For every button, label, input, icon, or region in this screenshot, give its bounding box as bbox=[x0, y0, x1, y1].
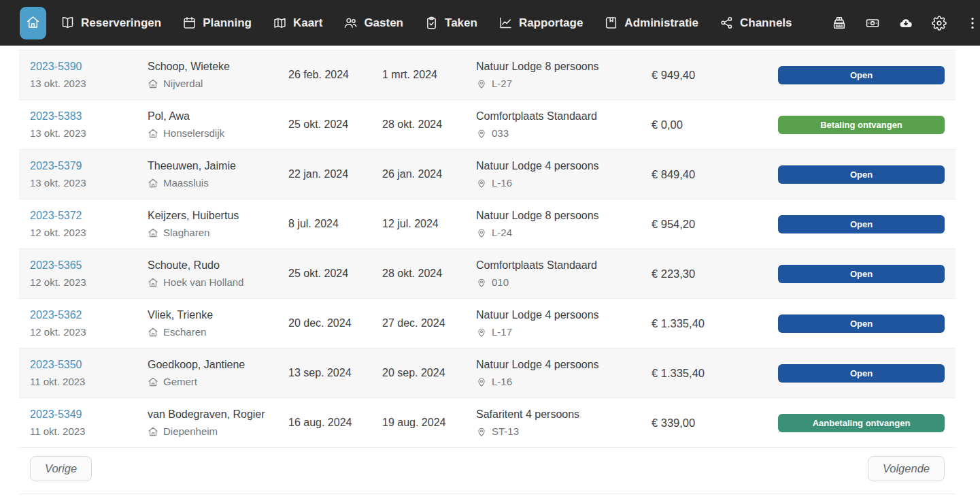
booking-date: 12 okt. 2023 bbox=[30, 227, 148, 238]
reservation-id-link[interactable]: 2023-5350 bbox=[30, 359, 82, 371]
arrival-date: 16 aug. 2024 bbox=[288, 417, 382, 429]
booking-date: 12 okt. 2023 bbox=[30, 326, 148, 338]
status-badge[interactable]: Open bbox=[778, 66, 945, 84]
map-icon bbox=[273, 16, 287, 30]
table-row: 2023-5383 13 okt. 2023 Pol, Awa Honseler… bbox=[19, 99, 956, 149]
departure-date: 27 dec. 2024 bbox=[382, 317, 476, 329]
reservation-id-link[interactable]: 2023-5383 bbox=[30, 110, 82, 123]
booking-date: 11 okt. 2023 bbox=[30, 376, 148, 387]
guest-name: Goedkoop, Jantiene bbox=[148, 359, 288, 371]
nav-right-cluster bbox=[813, 7, 980, 39]
status-badge[interactable]: Open bbox=[778, 314, 945, 333]
guest-name: Schoute, Rudo bbox=[148, 259, 288, 272]
reservation-id-link[interactable]: 2023-5362 bbox=[30, 309, 82, 321]
guest-name: Vliek, Trienke bbox=[148, 309, 288, 321]
price: € 339,00 bbox=[652, 417, 778, 430]
unit-number: L-24 bbox=[492, 227, 512, 238]
booking-date: 12 okt. 2023 bbox=[30, 276, 148, 288]
location-pin-icon bbox=[476, 128, 487, 139]
main-nav: Reserveringen Planning Kaart Gasten Take… bbox=[61, 16, 813, 30]
table-row: 2023-5372 12 okt. 2023 Keijzers, Huibert… bbox=[19, 199, 956, 248]
table-row: 2023-5390 13 okt. 2023 Schoop, Wieteke N… bbox=[19, 50, 956, 99]
location-pin-icon bbox=[476, 178, 487, 189]
departure-date: 12 jul. 2024 bbox=[382, 218, 476, 230]
booking-date: 13 okt. 2023 bbox=[30, 127, 148, 139]
guest-city: Escharen bbox=[163, 326, 206, 338]
arrival-date: 13 sep. 2024 bbox=[288, 367, 382, 379]
top-navbar: Reserveringen Planning Kaart Gasten Take… bbox=[0, 0, 980, 46]
departure-date: 19 aug. 2024 bbox=[382, 417, 476, 429]
reservation-id-link[interactable]: 2023-5379 bbox=[30, 160, 82, 172]
reservation-id-link[interactable]: 2023-5349 bbox=[30, 408, 82, 421]
home-icon bbox=[148, 426, 158, 437]
guest-city: Nijverdal bbox=[163, 78, 203, 89]
location-pin-icon bbox=[476, 227, 487, 238]
departure-date: 28 okt. 2024 bbox=[382, 118, 476, 131]
nav-item-administratie[interactable]: Administratie bbox=[604, 16, 698, 30]
arrival-date: 26 feb. 2024 bbox=[288, 69, 382, 81]
home-icon bbox=[148, 327, 158, 338]
booking-date: 11 okt. 2023 bbox=[30, 425, 148, 437]
price: € 1.335,40 bbox=[652, 317, 778, 330]
booking-date: 13 okt. 2023 bbox=[30, 177, 148, 189]
share-icon bbox=[720, 16, 734, 30]
table-row: 2023-5362 12 okt. 2023 Vliek, Trienke Es… bbox=[19, 298, 956, 348]
nav-item-kaart[interactable]: Kaart bbox=[273, 16, 322, 30]
guest-name: Schoop, Wieteke bbox=[148, 61, 288, 73]
home-icon bbox=[148, 227, 158, 238]
guest-city: Maassluis bbox=[163, 177, 209, 189]
nav-item-planning[interactable]: Planning bbox=[182, 16, 252, 30]
home-button[interactable] bbox=[20, 7, 46, 39]
location-pin-icon bbox=[476, 277, 487, 288]
guest-name: van Bodegraven, Rogier bbox=[148, 408, 288, 421]
location-pin-icon bbox=[476, 327, 487, 338]
previous-page-button[interactable]: Vorige bbox=[30, 456, 92, 481]
home-icon bbox=[148, 376, 158, 387]
settings-icon[interactable] bbox=[932, 16, 947, 31]
status-badge[interactable]: Open bbox=[778, 364, 945, 383]
arrival-date: 8 jul. 2024 bbox=[288, 218, 382, 230]
price: € 0,00 bbox=[652, 118, 778, 131]
accommodation-name: Natuur Lodge 4 persoons bbox=[476, 359, 652, 371]
nav-item-taken[interactable]: Taken bbox=[424, 16, 477, 30]
reservation-id-link[interactable]: 2023-5390 bbox=[30, 61, 82, 73]
unit-number: L-17 bbox=[492, 326, 512, 338]
price: € 949,40 bbox=[652, 69, 778, 82]
unit-number: 010 bbox=[492, 276, 509, 288]
next-page-button[interactable]: Volgende bbox=[868, 456, 945, 481]
more-options-icon[interactable] bbox=[965, 16, 980, 31]
price: € 1.335,40 bbox=[652, 367, 778, 380]
guest-name: Keijzers, Huibertus bbox=[148, 210, 288, 222]
accommodation-name: Natuur Lodge 8 persoons bbox=[476, 210, 652, 222]
departure-date: 26 jan. 2024 bbox=[382, 168, 476, 180]
nav-item-gasten[interactable]: Gasten bbox=[343, 16, 403, 30]
status-badge[interactable]: Open bbox=[778, 265, 945, 283]
departure-date: 20 sep. 2024 bbox=[382, 367, 476, 379]
location-pin-icon bbox=[476, 426, 487, 437]
reservation-id-link[interactable]: 2023-5365 bbox=[30, 259, 82, 272]
status-badge[interactable]: Open bbox=[778, 215, 945, 233]
nav-item-channels[interactable]: Channels bbox=[720, 16, 792, 30]
banknote-icon[interactable] bbox=[865, 16, 880, 31]
price: € 954,20 bbox=[652, 218, 778, 231]
status-badge[interactable]: Betaling ontvangen bbox=[778, 116, 945, 134]
arrival-date: 25 okt. 2024 bbox=[288, 268, 382, 280]
status-badge[interactable]: Open bbox=[778, 165, 945, 184]
status-badge[interactable]: Aanbetaling ontvangen bbox=[778, 414, 945, 432]
reservation-id-link[interactable]: 2023-5372 bbox=[30, 210, 82, 222]
cash-register-icon[interactable] bbox=[832, 16, 847, 31]
accommodation-name: Natuur Lodge 8 persoons bbox=[476, 61, 652, 73]
nav-item-reserveringen[interactable]: Reserveringen bbox=[61, 16, 161, 30]
guest-city: Hoek van Holland bbox=[163, 276, 243, 288]
unit-number: L-16 bbox=[492, 376, 512, 387]
accommodation-name: Natuur Lodge 4 persoons bbox=[476, 309, 652, 321]
unit-number: L-27 bbox=[492, 78, 512, 89]
nav-item-rapportage[interactable]: Rapportage bbox=[499, 16, 583, 30]
departure-date: 1 mrt. 2024 bbox=[382, 69, 476, 81]
table-row: 2023-5379 13 okt. 2023 Theeuwen, Jaimie … bbox=[19, 149, 956, 199]
reservations-table-body: 2023-5390 13 okt. 2023 Schoop, Wieteke N… bbox=[19, 50, 956, 447]
unit-number: 033 bbox=[492, 127, 509, 139]
cloud-download-icon[interactable] bbox=[898, 16, 913, 31]
departure-date: 28 okt. 2024 bbox=[382, 268, 476, 280]
booking-date: 13 okt. 2023 bbox=[30, 78, 148, 89]
